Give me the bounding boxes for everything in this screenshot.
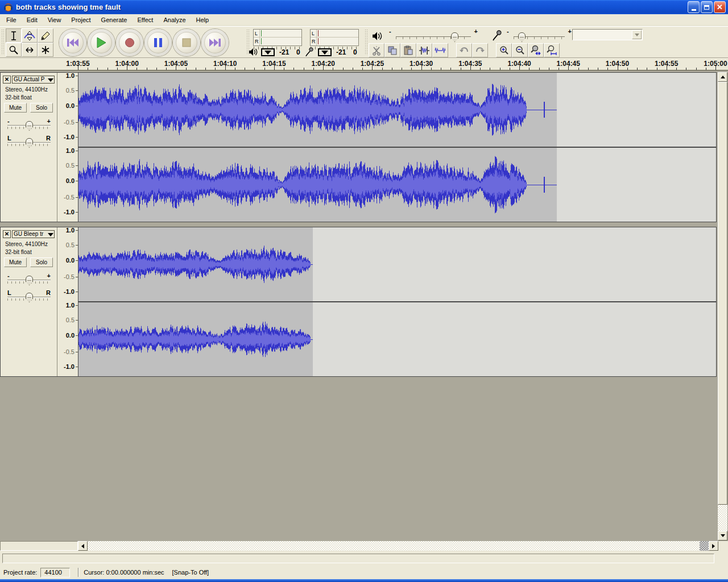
silence-button[interactable] bbox=[432, 43, 448, 57]
draw-tool-button[interactable] bbox=[38, 28, 53, 43]
mixer-toolbar: - + - + bbox=[369, 29, 569, 44]
timeline-label: 1:03:55 bbox=[66, 60, 89, 68]
waveform-canvas[interactable] bbox=[78, 302, 716, 376]
waveform-canvas[interactable] bbox=[78, 148, 716, 222]
track-2-pan-slider[interactable]: L R bbox=[7, 291, 51, 302]
input-meter-dropdown[interactable] bbox=[318, 48, 332, 56]
paste-button[interactable] bbox=[400, 43, 416, 57]
zoom-in-button[interactable] bbox=[496, 43, 512, 57]
timeline-tick bbox=[402, 68, 402, 70]
input-meter-zero-label: 0 bbox=[353, 48, 357, 56]
menu-file[interactable]: File bbox=[1, 15, 22, 25]
skip-to-end-button[interactable] bbox=[201, 29, 229, 56]
horizontal-scroll-thumb[interactable] bbox=[700, 541, 709, 551]
track-2-pan-thumb[interactable] bbox=[26, 293, 33, 302]
output-volume-slider[interactable]: - + bbox=[396, 31, 471, 41]
track-2-gain-thumb[interactable] bbox=[26, 276, 33, 285]
track-1-gain-slider[interactable]: - + bbox=[7, 119, 51, 131]
track-1-close-button[interactable]: ✕ bbox=[3, 76, 11, 84]
menu-help[interactable]: Help bbox=[191, 15, 214, 25]
track-1-left-channel[interactable] bbox=[78, 73, 716, 147]
track-2-title-menu[interactable]: GU Bleep tr bbox=[12, 230, 55, 238]
output-meter-dropdown[interactable] bbox=[261, 48, 275, 56]
timeline-tick bbox=[588, 68, 589, 70]
track-2-right-channel[interactable] bbox=[78, 302, 716, 376]
time-shift-tool-button[interactable] bbox=[22, 43, 38, 57]
mixer-toolbar-grabber[interactable] bbox=[365, 29, 368, 55]
menu-project[interactable]: Project bbox=[66, 15, 96, 25]
menu-edit[interactable]: Edit bbox=[22, 15, 43, 25]
selection-tool-button[interactable] bbox=[6, 28, 22, 43]
track-1-right-channel[interactable] bbox=[78, 148, 716, 222]
scroll-left-button[interactable] bbox=[78, 541, 88, 551]
track-2-gain-slider[interactable]: - + bbox=[7, 274, 51, 285]
combo-dropdown-button[interactable] bbox=[632, 30, 642, 39]
pause-button[interactable] bbox=[144, 29, 172, 56]
track-1-gain-thumb[interactable] bbox=[26, 121, 33, 131]
horizontal-scrollbar bbox=[0, 541, 728, 551]
scroll-down-button[interactable] bbox=[718, 531, 727, 541]
track-1-pan-thumb[interactable] bbox=[26, 138, 33, 148]
menu-analyze[interactable]: Analyze bbox=[158, 15, 191, 25]
track-1-pan-slider[interactable]: L R bbox=[7, 136, 51, 148]
input-meter-right-label: R bbox=[311, 38, 317, 45]
copy-button[interactable] bbox=[384, 43, 400, 57]
maximize-button[interactable] bbox=[701, 1, 713, 13]
undo-button[interactable] bbox=[456, 43, 472, 57]
tools-toolbar-grabber[interactable] bbox=[1, 29, 5, 55]
timeline-tick bbox=[686, 68, 686, 70]
close-button[interactable]: ✕ bbox=[714, 1, 726, 13]
scroll-up-button[interactable] bbox=[718, 72, 727, 82]
play-button[interactable] bbox=[88, 29, 115, 56]
redo-button[interactable] bbox=[472, 43, 488, 57]
timeline-tick bbox=[205, 68, 206, 70]
timeline-tick bbox=[264, 68, 265, 70]
input-volume-mic-icon bbox=[493, 30, 502, 41]
undo-icon bbox=[458, 46, 470, 55]
input-volume-thumb[interactable] bbox=[518, 32, 526, 42]
multi-tool-button[interactable] bbox=[38, 43, 53, 57]
waveform-canvas[interactable] bbox=[78, 73, 716, 147]
track-1-solo-button[interactable]: Solo bbox=[30, 103, 53, 113]
zoom-out-button[interactable] bbox=[512, 43, 528, 57]
waveform-canvas[interactable] bbox=[78, 227, 716, 301]
timeline-label: 1:04:45 bbox=[557, 60, 580, 68]
timeline-tick bbox=[362, 68, 363, 70]
vertical-scroll-track[interactable] bbox=[718, 82, 727, 531]
input-volume-slider[interactable]: - + bbox=[514, 31, 565, 41]
record-button[interactable] bbox=[116, 29, 143, 56]
track-1-control-panel: ✕ GU Actual P Stereo, 44100Hz 32-bit flo… bbox=[1, 73, 57, 222]
menu-view[interactable]: View bbox=[43, 15, 67, 25]
input-meter-display: L R bbox=[310, 29, 359, 46]
vertical-scroll-thumb[interactable] bbox=[718, 82, 727, 505]
track-2-solo-button[interactable]: Solo bbox=[30, 257, 53, 267]
timeline-tick bbox=[147, 68, 147, 70]
timeline-tick bbox=[431, 68, 432, 70]
track-1-title-menu[interactable]: GU Actual P bbox=[12, 76, 55, 84]
horizontal-scroll-track[interactable] bbox=[88, 541, 709, 551]
stop-button[interactable] bbox=[173, 29, 200, 56]
envelope-tool-button[interactable] bbox=[22, 28, 38, 43]
fit-project-button[interactable] bbox=[544, 43, 560, 57]
project-rate-value[interactable]: 44100 bbox=[40, 568, 70, 577]
device-combo[interactable] bbox=[572, 29, 643, 40]
menu-effect[interactable]: Effect bbox=[132, 15, 158, 25]
scroll-right-button[interactable] bbox=[709, 541, 718, 551]
zoom-tool-button[interactable] bbox=[6, 43, 22, 57]
pause-icon bbox=[154, 38, 163, 48]
cut-button[interactable] bbox=[369, 43, 384, 57]
trim-button[interactable] bbox=[416, 43, 432, 57]
output-meter-left-label: L bbox=[254, 30, 260, 37]
fit-selection-button[interactable] bbox=[528, 43, 544, 57]
track-2-left-channel[interactable] bbox=[78, 227, 716, 301]
menu-generate[interactable]: Generate bbox=[96, 15, 133, 25]
output-volume-thumb[interactable] bbox=[451, 32, 458, 42]
chevron-down-icon bbox=[635, 34, 639, 36]
track-2-mute-button[interactable]: Mute bbox=[4, 257, 27, 267]
track-1-mute-button[interactable]: Mute bbox=[4, 103, 27, 113]
amplitude-ruler-label: 0.5 bbox=[59, 242, 75, 248]
minimize-button[interactable] bbox=[688, 1, 700, 13]
skip-to-start-button[interactable] bbox=[59, 29, 86, 56]
track-2-close-button[interactable]: ✕ bbox=[3, 230, 11, 238]
timeline-ruler[interactable]: 1:03:551:04:001:04:051:04:101:04:151:04:… bbox=[0, 59, 728, 70]
